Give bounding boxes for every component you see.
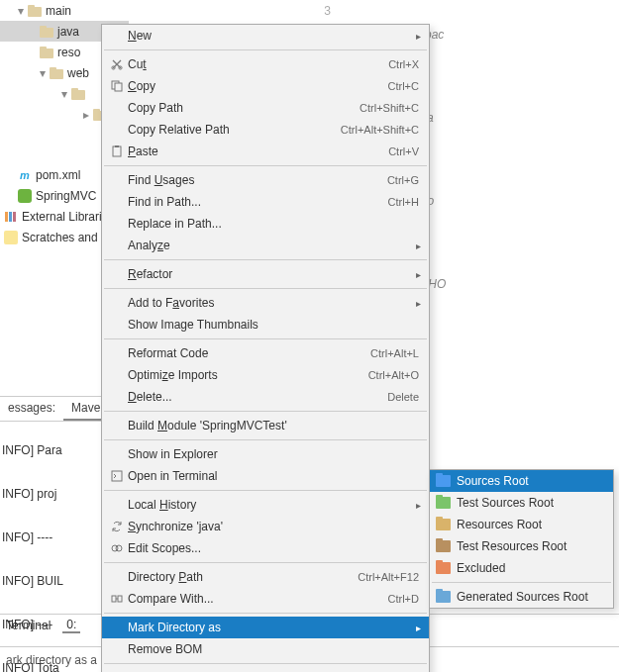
- menu-find-usages[interactable]: Find Usages Ctrl+G: [102, 169, 429, 191]
- library-icon: [4, 210, 18, 224]
- svg-rect-9: [112, 596, 116, 602]
- menu-delete[interactable]: Delete... Delete: [102, 386, 429, 408]
- sync-icon: [108, 521, 126, 532]
- menu-reformat[interactable]: Reformat Code Ctrl+Alt+L: [102, 342, 429, 364]
- submenu-generated-sources-root[interactable]: Generated Sources Root: [430, 586, 613, 608]
- submenu-arrow-icon: ▸: [416, 240, 421, 251]
- menu-find-in-path[interactable]: Find in Path... Ctrl+H: [102, 191, 429, 213]
- submenu-arrow-icon: ▸: [416, 500, 421, 511]
- terminal-label[interactable]: Terminal: [6, 619, 51, 632]
- menu-replace-in-path[interactable]: Replace in Path...: [102, 213, 429, 235]
- menu-paste[interactable]: Paste Ctrl+V: [102, 141, 429, 162]
- submenu-label: Test Resources Root: [457, 539, 567, 553]
- tree-folder-main[interactable]: ▾ main: [0, 0, 129, 21]
- scissors-icon: [108, 58, 126, 70]
- menu-build-module[interactable]: Build Module 'SpringMVCTest': [102, 415, 429, 436]
- submenu-sources-root[interactable]: Sources Root: [430, 470, 613, 492]
- shortcut: Ctrl+X: [388, 58, 419, 70]
- shortcut: Ctrl+Alt+O: [368, 369, 419, 381]
- console-line: INFO] Para: [2, 443, 62, 457]
- compare-icon: [108, 593, 126, 605]
- submenu-test-sources-root[interactable]: Test Sources Root: [430, 492, 613, 514]
- spring-icon: [18, 189, 32, 203]
- context-menu: New ▸ Cut Ctrl+X Copy Ctrl+C Copy Path C…: [101, 24, 430, 672]
- terminal-tab[interactable]: 0:: [62, 618, 80, 633]
- console-line: INFO] ----: [2, 530, 52, 544]
- shortcut: Ctrl+V: [388, 145, 419, 157]
- chevron-down-icon: ▾: [18, 4, 28, 18]
- tree-label: Scratches and: [22, 231, 98, 244]
- menu-edit-scopes[interactable]: Edit Scopes...: [102, 537, 429, 559]
- submenu-label: Excluded: [457, 561, 505, 575]
- tree-label: web: [67, 66, 89, 80]
- menu-separator: [104, 338, 427, 339]
- menu-optimize-imports[interactable]: Optimize Imports Ctrl+Alt+O: [102, 364, 429, 386]
- scratch-icon: [4, 231, 18, 244]
- shortcut: Ctrl+H: [388, 196, 419, 208]
- chevron-down-icon: ▾: [61, 87, 71, 101]
- shortcut: Ctrl+Alt+F12: [358, 571, 419, 583]
- svg-rect-10: [118, 596, 122, 602]
- folder-icon: [28, 5, 42, 17]
- menu-separator: [104, 411, 427, 412]
- clipboard-icon: [108, 145, 126, 157]
- tree-label: External Librari: [22, 210, 102, 224]
- menu-separator: [104, 259, 427, 260]
- menu-local-history[interactable]: Local History ▸: [102, 494, 429, 516]
- menu-new[interactable]: New ▸: [102, 25, 429, 47]
- shortcut: Delete: [387, 391, 419, 403]
- submenu-arrow-icon: ▸: [416, 298, 421, 309]
- submenu-resources-root[interactable]: Resources Root: [430, 514, 613, 535]
- menu-diagrams[interactable]: Diagrams ▸: [102, 667, 429, 672]
- svg-rect-4: [113, 146, 121, 156]
- copy-icon: [108, 80, 126, 92]
- folder-generated-sources-icon: [436, 591, 451, 603]
- folder-test-resources-icon: [436, 540, 451, 552]
- menu-open-terminal[interactable]: Open in Terminal: [102, 465, 429, 487]
- submenu-label: Sources Root: [457, 474, 529, 488]
- menu-copy[interactable]: Copy Ctrl+C: [102, 75, 429, 97]
- folder-test-sources-icon: [436, 497, 451, 509]
- menu-cut[interactable]: Cut Ctrl+X: [102, 53, 429, 75]
- menu-show-thumbnails[interactable]: Show Image Thumbnails: [102, 314, 429, 336]
- menu-separator: [104, 562, 427, 563]
- chevron-down-icon: ▾: [40, 66, 50, 80]
- menu-separator: [432, 582, 611, 583]
- menu-separator: [104, 490, 427, 491]
- menu-copy-path[interactable]: Copy Path Ctrl+Shift+C: [102, 97, 429, 119]
- menu-remove-bom[interactable]: Remove BOM: [102, 638, 429, 660]
- folder-icon: [40, 26, 53, 38]
- menu-add-favorites[interactable]: Add to Favorites ▸: [102, 292, 429, 314]
- menu-copy-rel-path[interactable]: Copy Relative Path Ctrl+Alt+Shift+C: [102, 119, 429, 141]
- maven-icon: m: [18, 168, 32, 182]
- submenu-arrow-icon: ▸: [416, 623, 421, 633]
- tree-label: pom.xml: [36, 168, 80, 182]
- menu-directory-path[interactable]: Directory Path Ctrl+Alt+F12: [102, 566, 429, 588]
- menu-analyze[interactable]: Analyze ▸: [102, 235, 429, 256]
- submenu-label: Resources Root: [457, 518, 542, 531]
- submenu-excluded[interactable]: Excluded: [430, 557, 613, 579]
- menu-refactor[interactable]: Refactor ▸: [102, 263, 429, 285]
- shortcut: Ctrl+C: [388, 80, 419, 92]
- menu-synchronize[interactable]: Synchronize 'java': [102, 516, 429, 537]
- scopes-icon: [108, 542, 126, 554]
- svg-rect-3: [115, 83, 122, 91]
- menu-show-explorer[interactable]: Show in Explorer: [102, 443, 429, 465]
- folder-sources-icon: [436, 475, 451, 487]
- mark-directory-submenu: Sources Root Test Sources Root Resources…: [429, 469, 614, 609]
- submenu-test-resources-root[interactable]: Test Resources Root: [430, 535, 613, 557]
- folder-icon: [40, 47, 53, 58]
- submenu-arrow-icon: ▸: [416, 31, 421, 42]
- console-line: INFO] proj: [2, 487, 56, 501]
- folder-excluded-icon: [436, 562, 451, 574]
- submenu-label: Generated Sources Root: [457, 590, 588, 604]
- svg-point-8: [116, 545, 122, 551]
- menu-separator: [104, 439, 427, 440]
- tree-label: main: [46, 4, 71, 18]
- menu-separator: [104, 288, 427, 289]
- menu-compare-with[interactable]: Compare With... Ctrl+D: [102, 588, 429, 610]
- chevron-right-icon: ▸: [83, 108, 93, 122]
- tree-label: reso: [57, 46, 80, 59]
- menu-separator: [104, 613, 427, 614]
- menu-mark-directory-as[interactable]: Mark Directory as ▸: [102, 617, 429, 638]
